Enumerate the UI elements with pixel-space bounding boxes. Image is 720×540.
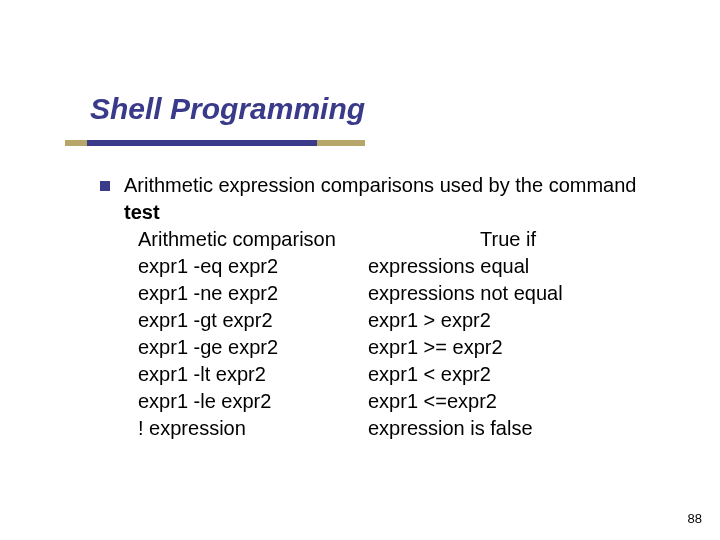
cell-left: expr1 -eq expr2 [138,253,368,280]
table-row: expr1 -le expr2 expr1 <=expr2 [138,388,660,415]
table-header-row: Arithmetic comparison True if [138,226,660,253]
cell-left: expr1 -ge expr2 [138,334,368,361]
cell-right: expr1 < expr2 [368,361,628,388]
slide-title: Shell Programming [90,92,365,125]
table-row: expr1 -lt expr2 expr1 < expr2 [138,361,660,388]
table-header-left: Arithmetic comparison [138,226,398,253]
body-text: Arithmetic expression comparisons used b… [100,172,660,442]
lead-part1: Arithmetic expression comparisons used b… [124,174,636,196]
table-row: ! expression expression is false [138,415,660,442]
cell-right: expr1 <=expr2 [368,388,628,415]
cell-right: expressions equal [368,253,628,280]
cell-left: expr1 -le expr2 [138,388,368,415]
title-underline-main [87,140,317,146]
table-row: expr1 -ge expr2 expr1 >= expr2 [138,334,660,361]
cell-left: expr1 -ne expr2 [138,280,368,307]
lead-text: Arithmetic expression comparisons used b… [124,172,660,226]
title-underline-accent-right [317,140,365,146]
comparison-block: Arithmetic comparison True if expr1 -eq … [138,226,660,442]
title-underline [65,140,365,146]
title-area: Shell Programming [90,92,365,126]
cell-right: expressions not equal [368,280,628,307]
table-header-right: True if [398,226,618,253]
table-row: expr1 -eq expr2 expressions equal [138,253,660,280]
slide: Shell Programming Arithmetic expression … [0,0,720,540]
table-row: expr1 -ne expr2 expressions not equal [138,280,660,307]
title-underline-accent-left [65,140,87,146]
cell-right: expression is false [368,415,628,442]
lead-bold: test [124,201,160,223]
cell-left: expr1 -lt expr2 [138,361,368,388]
cell-left: ! expression [138,415,368,442]
table-row: expr1 -gt expr2 expr1 > expr2 [138,307,660,334]
page-number: 88 [688,511,702,526]
cell-right: expr1 > expr2 [368,307,628,334]
square-bullet-icon [100,181,110,191]
bullet-item: Arithmetic expression comparisons used b… [100,172,660,226]
cell-left: expr1 -gt expr2 [138,307,368,334]
cell-right: expr1 >= expr2 [368,334,628,361]
